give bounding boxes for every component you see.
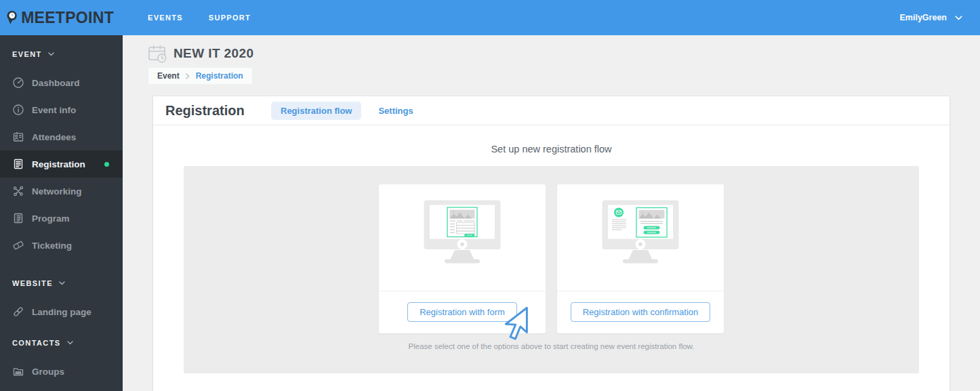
registration-with-confirmation-button[interactable]: Registration with confirmation bbox=[571, 302, 711, 322]
nav-events[interactable]: EVENTS bbox=[148, 14, 183, 22]
monitor-with-confirmation-email-illustration bbox=[557, 184, 724, 291]
user-menu[interactable]: EmilyGreen bbox=[900, 13, 962, 22]
option-card-registration-confirmation[interactable]: Registration with confirmation bbox=[557, 184, 724, 333]
sidebar-item-program[interactable]: Program bbox=[0, 205, 123, 232]
chevron-down-icon bbox=[67, 341, 73, 345]
monitor-with-registration-form-illustration bbox=[379, 184, 546, 291]
sidebar-section-website-label: WEBSITE bbox=[12, 279, 53, 287]
chevron-down-icon bbox=[955, 16, 962, 20]
sidebar-item-label: Networking bbox=[32, 186, 82, 197]
setup-subtitle: Set up new registration flow bbox=[153, 144, 950, 155]
sidebar-item-registration[interactable]: Registration bbox=[0, 150, 123, 178]
chevron-down-icon bbox=[48, 52, 54, 56]
card-title: Registration bbox=[165, 103, 253, 119]
breadcrumb: Event Registration bbox=[148, 68, 252, 84]
monitor-form-icon bbox=[423, 200, 502, 269]
id-card-icon bbox=[12, 131, 24, 143]
list-document-icon bbox=[12, 212, 24, 224]
form-document-icon bbox=[12, 158, 24, 170]
chevron-right-icon bbox=[186, 73, 190, 79]
event-title: NEW IT 2020 bbox=[173, 46, 253, 61]
calendar-clock-icon bbox=[148, 44, 167, 63]
sidebar-section-contacts[interactable]: CONTACTS bbox=[0, 335, 123, 351]
sidebar-item-partial[interactable] bbox=[0, 385, 123, 391]
dashboard-gauge-icon bbox=[12, 77, 24, 89]
main-content: NEW IT 2020 Event Registration Registrat… bbox=[123, 35, 980, 391]
brand-meet: MEET bbox=[21, 9, 65, 26]
ticket-icon bbox=[12, 239, 24, 251]
tab-settings[interactable]: Settings bbox=[369, 102, 422, 120]
sidebar-section-contacts-label: CONTACTS bbox=[12, 339, 61, 347]
registration-card: Registration Registration flow Settings … bbox=[153, 96, 950, 391]
meetpoint-pin-clock-icon bbox=[5, 3, 18, 33]
registration-with-form-button[interactable]: Registration with form bbox=[407, 302, 517, 322]
meetpoint-logo[interactable]: MEETPOINT bbox=[5, 3, 114, 33]
registration-card-header: Registration Registration flow Settings bbox=[153, 96, 950, 125]
chevron-down-icon bbox=[59, 281, 65, 285]
tab-registration-flow[interactable]: Registration flow bbox=[271, 102, 361, 120]
sidebar-item-dashboard[interactable]: Dashboard bbox=[0, 69, 123, 96]
event-header: NEW IT 2020 Event Registration bbox=[148, 44, 253, 84]
top-navigation: EVENTS SUPPORT bbox=[148, 14, 251, 22]
nav-support[interactable]: SUPPORT bbox=[209, 14, 251, 22]
link-icon bbox=[12, 306, 24, 318]
brand-point: POINT bbox=[65, 9, 114, 26]
registration-active-dot bbox=[104, 162, 109, 167]
sidebar-item-label: Groups bbox=[32, 367, 64, 377]
info-circle-icon bbox=[12, 104, 24, 116]
sidebar-item-ticketing[interactable]: Ticketing bbox=[0, 232, 123, 259]
helper-text: Please select one of the options above t… bbox=[184, 342, 919, 350]
monitor-confirmation-icon bbox=[601, 200, 680, 269]
sidebar-item-label: Landing page bbox=[32, 307, 91, 317]
registration-tabs: Registration flow Settings bbox=[271, 102, 423, 120]
sidebar-item-label: Event info bbox=[32, 105, 76, 115]
sidebar-item-label: Attendees bbox=[32, 132, 76, 142]
sidebar-section-event[interactable]: EVENT bbox=[0, 46, 123, 62]
option-card-registration-form[interactable]: Registration with form bbox=[379, 184, 546, 333]
sidebar-item-networking[interactable]: Networking bbox=[0, 178, 123, 205]
breadcrumb-registration[interactable]: Registration bbox=[196, 71, 243, 81]
network-nodes-icon bbox=[12, 185, 24, 197]
sidebar-section-event-label: EVENT bbox=[12, 50, 42, 58]
sidebar-item-landing-page[interactable]: Landing page bbox=[0, 298, 123, 325]
topbar: MEETPOINT EVENTS SUPPORT EmilyGreen bbox=[0, 0, 980, 35]
sidebar-item-label: Ticketing bbox=[32, 241, 72, 251]
sidebar: EVENT Dashboard Event info bbox=[0, 35, 123, 391]
sidebar-item-attendees[interactable]: Attendees bbox=[0, 123, 123, 150]
sidebar-item-event-info[interactable]: Event info bbox=[0, 96, 123, 123]
user-name: EmilyGreen bbox=[900, 13, 947, 22]
breadcrumb-event[interactable]: Event bbox=[157, 71, 180, 81]
flow-options-panel: Registration with form bbox=[184, 166, 919, 373]
sidebar-item-label: Program bbox=[32, 213, 70, 224]
sidebar-item-groups[interactable]: Groups bbox=[0, 358, 123, 385]
sidebar-item-label: Dashboard bbox=[32, 78, 80, 88]
sidebar-item-label: Registration bbox=[32, 159, 85, 169]
sidebar-section-website[interactable]: WEBSITE bbox=[0, 275, 123, 291]
brand-wordmark: MEETPOINT bbox=[21, 9, 114, 27]
folder-people-icon bbox=[12, 365, 24, 377]
